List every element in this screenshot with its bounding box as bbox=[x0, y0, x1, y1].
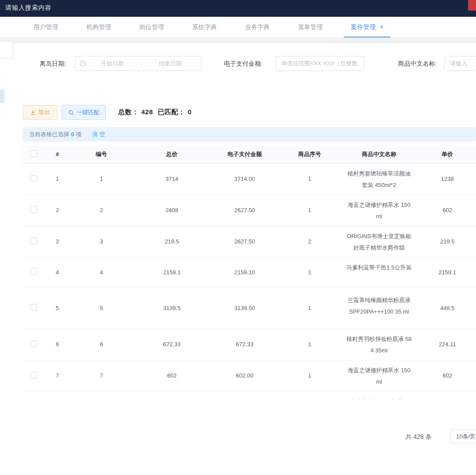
row-checkbox[interactable] bbox=[30, 206, 37, 213]
table-row: 6 6 672.33 672.33 1 植村秀羽纱持妆粉底液 584 35ml … bbox=[23, 329, 476, 360]
col-index: # bbox=[44, 146, 71, 163]
table-row: 5 5 3139.5 3139.50 1 兰蔻菁纯臻颜精华粉底液SPF20PA+… bbox=[23, 287, 476, 329]
table-row: 7 7 602 602.00 1 海蓝之谜修护精萃水 150ml 602 bbox=[23, 360, 476, 391]
col-product-name: 商品中文名称 bbox=[342, 146, 416, 163]
download-icon bbox=[30, 110, 36, 115]
product-name-filter-label: 商品中文名称: bbox=[398, 60, 437, 68]
date-range-input[interactable]: 开始日期 - 结束日期 bbox=[75, 56, 201, 71]
one-click-match-button[interactable]: 一键匹配 bbox=[62, 105, 106, 120]
pagination-total: 共 428 条 bbox=[405, 433, 431, 441]
row-checkbox[interactable] bbox=[30, 304, 37, 310]
collapsed-panel-box bbox=[0, 41, 13, 59]
global-search-input[interactable]: 请输入搜索内容 bbox=[5, 4, 52, 12]
selection-suffix: 项 bbox=[76, 131, 82, 138]
date-filter-label: 离岛日期: bbox=[40, 60, 66, 68]
tab-user-management[interactable]: 用户管理 bbox=[26, 17, 66, 37]
amount-placeholder: 单值或范围XXX-XXX（仅整数 bbox=[281, 60, 357, 67]
table-row: 2 2 2408 2627.50 1 海蓝之谜修护精萃水 150ml 602 bbox=[23, 194, 476, 226]
selection-count: 0 bbox=[71, 131, 74, 138]
tab-org-management[interactable]: 机构管理 bbox=[78, 17, 119, 37]
tab-post-management[interactable]: 岗位管理 bbox=[131, 17, 172, 37]
export-button-label: 导出 bbox=[38, 108, 50, 116]
divider-strip bbox=[0, 37, 476, 43]
end-date-placeholder: 结束日期 bbox=[144, 60, 197, 67]
row-checkbox[interactable] bbox=[30, 268, 37, 275]
close-icon[interactable]: × bbox=[380, 23, 383, 30]
page-size-select[interactable]: 10条/页 bbox=[450, 430, 476, 444]
search-icon bbox=[68, 110, 74, 116]
select-all-checkbox[interactable] bbox=[30, 150, 37, 157]
tab-case-management-label: 案件管理 bbox=[351, 23, 376, 30]
col-code: 编号 bbox=[71, 146, 132, 163]
total-label: 总数： bbox=[118, 108, 139, 116]
row-checkbox[interactable] bbox=[30, 340, 37, 347]
product-name-input[interactable]: 请输入 bbox=[444, 56, 476, 71]
date-separator: - bbox=[138, 60, 144, 67]
row-checkbox[interactable] bbox=[30, 372, 37, 378]
one-click-match-label: 一键匹配 bbox=[77, 108, 100, 116]
page-size-value: 10条/页 bbox=[456, 433, 476, 440]
left-edge-chip bbox=[0, 90, 4, 103]
data-table: # 编号 总价 电子支付金额 商品序号 商品中文名称 单价 1 1 3714 3… bbox=[23, 146, 476, 399]
corner-red-badge bbox=[468, 0, 476, 11]
table-header-row: # 编号 总价 电子支付金额 商品序号 商品中文名称 单价 bbox=[23, 146, 476, 163]
table-row: 3 3 219.5 2627.50 2 ORIGINS韦博士灵芝焕能好底子精华水… bbox=[23, 226, 476, 257]
tab-menu-management[interactable]: 菜单管理 bbox=[290, 17, 331, 37]
export-button[interactable]: 导出 bbox=[23, 105, 57, 120]
total-value: 428 bbox=[141, 108, 153, 116]
product-name-placeholder: 请输入 bbox=[450, 60, 467, 67]
top-navbar: 请输入搜索内容 bbox=[0, 0, 476, 17]
col-product-seq: 商品序号 bbox=[278, 146, 342, 163]
selection-prefix: 当前表格已选择 bbox=[29, 131, 69, 138]
tab-case-management[interactable]: 案件管理× bbox=[343, 17, 391, 37]
table-row: 1 1 3714 3714.00 1 植村秀新琥珀臻萃洁颜油套装 450ml*2… bbox=[23, 163, 476, 194]
clock-icon bbox=[80, 60, 86, 67]
matched-label: 已匹配： bbox=[158, 108, 185, 116]
match-counters: 总数：428 已匹配：0 bbox=[118, 108, 194, 116]
col-epay-amount: 电子支付金额 bbox=[212, 146, 278, 163]
row-checkbox[interactable] bbox=[30, 175, 37, 182]
table-row: 8 8 1355.47 1355.47 1 卡诗菁纯亮泽经典香氛 452.11 bbox=[23, 391, 476, 399]
col-unit-price: 单价 bbox=[416, 146, 476, 163]
amount-input[interactable]: 单值或范围XXX-XXX（仅整数 bbox=[275, 56, 364, 71]
tab-business-dict[interactable]: 业务字典 bbox=[237, 17, 278, 37]
start-date-placeholder: 开始日期 bbox=[86, 60, 138, 67]
row-checkbox[interactable] bbox=[30, 238, 37, 244]
selection-bar: 当前表格已选择0项 清空 bbox=[23, 127, 476, 142]
clear-selection-link[interactable]: 清空 bbox=[92, 131, 107, 138]
matched-value: 0 bbox=[188, 108, 192, 116]
table-row: 4 4 2159.1 2159.10 1 马爹利蓝带干邑1.5公升装 2159.… bbox=[23, 257, 476, 287]
amount-filter-label: 电子支付金额: bbox=[224, 60, 263, 68]
tab-system-dict[interactable]: 系统字典 bbox=[184, 17, 225, 37]
tab-bar: 用户管理 机构管理 岗位管理 系统字典 业务字典 菜单管理 案件管理× bbox=[0, 17, 476, 37]
col-total-price: 总价 bbox=[132, 146, 212, 163]
